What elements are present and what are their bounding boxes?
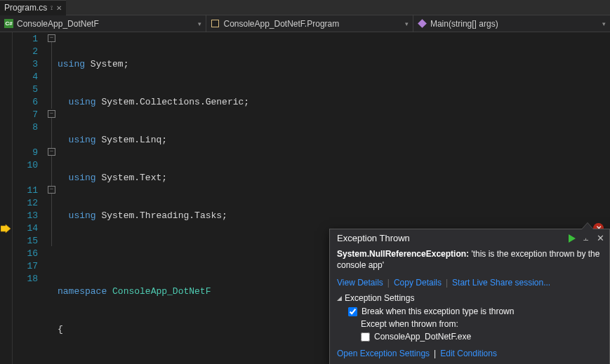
nav-bar: C# ConsoleApp_DotNetF ▾ ConsoleApp_DotNe… (0, 15, 610, 32)
line-number: 2 (13, 46, 38, 58)
line-number: 17 (13, 260, 38, 273)
class-icon (211, 19, 220, 28)
nav-project-label: ConsoleApp_DotNetF (17, 19, 99, 29)
copy-details-link[interactable]: Copy Details (394, 278, 442, 288)
exception-message: System.NullReferenceException: 'this is … (337, 248, 602, 271)
glyph-margin (0, 32, 13, 364)
nav-class-dropdown[interactable]: ConsoleApp_DotNetF.Program ▾ (206, 15, 413, 32)
line-number: 6 (13, 96, 38, 109)
nav-method-label: Main(string[] args) (430, 19, 498, 29)
line-number: 7 (13, 109, 38, 121)
fold-toggle[interactable]: − (48, 186, 55, 194)
svg-marker-0 (1, 224, 11, 233)
nav-class-label: ConsoleApp_DotNetF.Program (223, 19, 339, 29)
except-when-label: Except when thrown from: (361, 318, 602, 330)
close-icon[interactable]: ✕ (595, 234, 605, 243)
file-tab[interactable]: Program.cs ⟟ ✕ (0, 0, 66, 15)
line-number: 5 (13, 83, 38, 96)
svg-marker-1 (569, 234, 576, 243)
nav-method-dropdown[interactable]: Main(string[] args) ▾ (413, 15, 610, 32)
except-from-item[interactable]: ConsoleApp_DotNetF.exe (361, 330, 602, 343)
csharp-project-icon: C# (4, 19, 13, 28)
chevron-down-icon: ▾ (405, 20, 409, 27)
continue-icon[interactable] (567, 234, 577, 243)
chevron-down-icon: ▾ (602, 20, 606, 27)
line-number: 11 (13, 184, 38, 197)
pin-icon[interactable]: ⫠ (581, 234, 591, 243)
fold-column: − − − − (45, 32, 58, 364)
current-statement-arrow-icon (1, 224, 11, 233)
line-number: 18 (13, 273, 38, 285)
live-share-link[interactable]: Start Live Share session... (452, 278, 550, 288)
line-number: 13 (13, 210, 38, 222)
line-number (13, 134, 38, 147)
line-number (13, 172, 38, 184)
line-number: 9 (13, 147, 38, 159)
tab-bar: Program.cs ⟟ ✕ (0, 0, 610, 15)
line-number: 14 (13, 222, 38, 235)
line-number: 15 (13, 235, 38, 248)
popup-title: Exception Thrown (337, 233, 410, 243)
view-details-link[interactable]: View Details (337, 278, 383, 288)
close-icon[interactable]: ✕ (56, 4, 62, 12)
open-exception-settings-link[interactable]: Open Exception Settings (337, 349, 430, 358)
expand-collapse-icon: ◢ (337, 295, 342, 302)
exception-settings-toggle[interactable]: ◢ Exception Settings (337, 293, 602, 303)
tab-filename: Program.cs (4, 3, 47, 13)
fold-toggle[interactable]: − (48, 110, 55, 118)
line-number: 4 (13, 71, 38, 83)
line-number-gutter: 123456789101112131415161718 (13, 32, 45, 364)
pin-icon[interactable]: ⟟ (51, 4, 53, 12)
line-number: 1 (13, 33, 38, 46)
popup-callout (581, 222, 594, 229)
nav-project-dropdown[interactable]: C# ConsoleApp_DotNetF ▾ (0, 15, 206, 32)
chevron-down-icon: ▾ (198, 20, 201, 27)
break-on-exception-checkbox[interactable]: Break when this exception type is thrown (348, 305, 602, 318)
line-number: 8 (13, 121, 38, 134)
fold-toggle[interactable]: − (48, 148, 55, 156)
line-number: 3 (13, 58, 38, 71)
line-number: 16 (13, 248, 38, 260)
exception-popup: Exception Thrown ⫠ ✕ System.NullReferenc… (329, 229, 610, 364)
line-number: 10 (13, 159, 38, 172)
fold-toggle[interactable]: − (48, 34, 55, 42)
line-number: 12 (13, 197, 38, 210)
method-icon (418, 19, 427, 28)
edit-conditions-link[interactable]: Edit Conditions (440, 349, 497, 358)
